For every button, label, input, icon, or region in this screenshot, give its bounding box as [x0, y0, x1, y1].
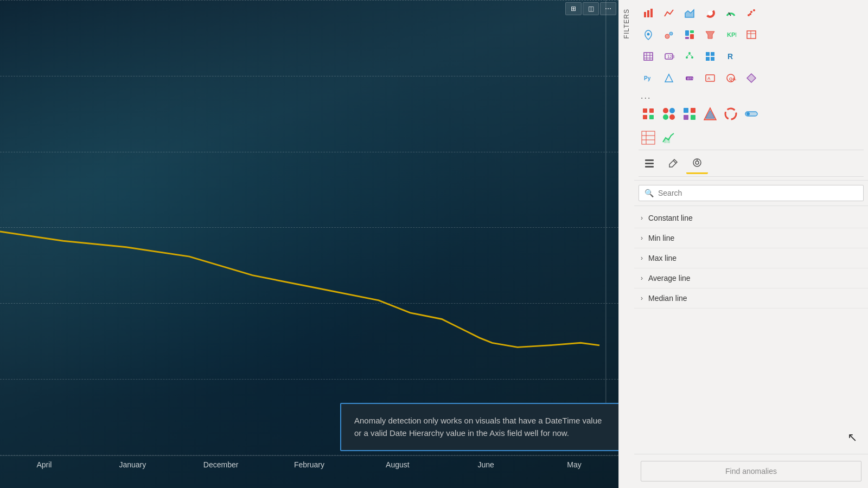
shape-icon[interactable]	[659, 68, 679, 88]
funnel-icon[interactable]	[700, 25, 720, 44]
median-line-item[interactable]: › Median line	[634, 288, 868, 309]
x-label-may: May	[530, 460, 618, 469]
analytics-panel-icon[interactable]	[686, 152, 708, 174]
custom-icon-5[interactable]	[721, 104, 741, 124]
svg-point-8	[750, 11, 752, 13]
donut-chart-icon[interactable]	[700, 3, 720, 23]
svg-point-53	[663, 108, 668, 113]
gauge-icon[interactable]	[721, 3, 741, 23]
visualizations-toolbar: KPI 123	[634, 0, 868, 181]
bar-chart-icon[interactable]	[639, 3, 658, 23]
svg-rect-60	[691, 115, 695, 120]
chevron-right-icon: ›	[641, 234, 643, 242]
svg-point-54	[669, 108, 675, 113]
svg-line-33	[687, 54, 690, 56]
analytics-list: › Constant line › Min line › Max line › …	[634, 206, 868, 454]
fields-panel-icon[interactable]	[639, 152, 660, 174]
treemap-icon[interactable]	[680, 25, 699, 44]
min-line-item[interactable]: › Min line	[634, 228, 868, 248]
chart-controls: ⊞ ◫ ⋯	[563, 0, 618, 17]
search-box[interactable]: 🔍	[639, 185, 864, 201]
icon-row-4: Py BTN A Q&A	[639, 68, 864, 88]
svg-rect-1	[647, 10, 649, 17]
grid-icon[interactable]	[700, 47, 720, 66]
min-line-label: Min line	[648, 234, 861, 242]
python-icon[interactable]: Py	[639, 68, 658, 88]
more-visuals-dots[interactable]: ...	[639, 90, 864, 102]
svg-point-77	[695, 161, 699, 164]
custom-visuals-row	[639, 102, 864, 126]
x-label-august: August	[353, 460, 442, 469]
custom-icon-7[interactable]	[639, 128, 658, 147]
matrix-icon[interactable]	[639, 47, 658, 66]
map-icon[interactable]	[639, 25, 658, 44]
max-line-item[interactable]: › Max line	[634, 248, 868, 268]
svg-rect-73	[645, 163, 654, 164]
custom-icon-8[interactable]	[659, 128, 679, 147]
x-label-june: June	[442, 460, 530, 469]
find-anomalies-area: Find anomalies	[634, 454, 868, 488]
custom-icon-1[interactable]	[639, 104, 658, 124]
max-line-label: Max line	[648, 254, 861, 262]
constant-line-item[interactable]: › Constant line	[634, 208, 868, 228]
chart-area: ⊞ ◫ ⋯ April January December February Au…	[0, 0, 618, 488]
svg-point-10	[749, 13, 751, 15]
svg-rect-74	[645, 166, 654, 168]
svg-rect-72	[645, 159, 654, 161]
scatter-chart-icon[interactable]	[742, 3, 761, 23]
format-panel-icon[interactable]	[662, 152, 684, 174]
button-icon[interactable]: BTN	[680, 68, 699, 88]
svg-rect-2	[650, 9, 653, 17]
custom-icon-4[interactable]	[700, 104, 720, 124]
x-label-february: February	[265, 460, 354, 469]
diamond-icon[interactable]	[742, 68, 761, 88]
svg-point-11	[647, 33, 650, 36]
search-input[interactable]	[658, 189, 858, 197]
svg-text:A: A	[707, 76, 711, 81]
line-chart-icon[interactable]	[659, 3, 679, 23]
svg-text:Q&A: Q&A	[729, 76, 736, 81]
average-line-item[interactable]: › Average line	[634, 268, 868, 288]
svg-text:Py: Py	[644, 75, 651, 81]
bubble-chart-icon[interactable]	[659, 25, 679, 44]
panel-content: KPI 123	[634, 0, 868, 488]
svg-point-32	[691, 56, 693, 59]
svg-rect-71	[667, 138, 670, 143]
svg-rect-20	[747, 31, 756, 38]
chart-focus-btn[interactable]: ◫	[583, 2, 599, 15]
chart-filter-btn[interactable]: ⊞	[565, 2, 582, 15]
svg-point-65	[746, 112, 750, 115]
x-label-april: April	[0, 460, 88, 469]
chart-more-btn[interactable]: ⋯	[600, 2, 616, 15]
svg-point-30	[688, 52, 691, 54]
svg-rect-36	[711, 52, 714, 56]
qa-icon[interactable]: Q&A	[721, 68, 741, 88]
svg-text:KPI: KPI	[727, 31, 736, 38]
svg-text:BTN: BTN	[687, 77, 694, 80]
median-line-label: Median line	[648, 294, 861, 303]
filters-sidebar: Filters	[619, 0, 634, 488]
card-icon[interactable]: 123	[659, 47, 679, 66]
table-icon[interactable]	[742, 25, 761, 44]
constant-line-label: Constant line	[648, 214, 861, 222]
text-box-icon[interactable]: A	[700, 68, 720, 88]
panel-bottom-toolbar	[639, 150, 864, 177]
find-anomalies-button[interactable]: Find anomalies	[641, 461, 861, 481]
search-icon: 🔍	[644, 189, 654, 197]
svg-rect-38	[711, 57, 714, 61]
x-label-december: December	[177, 460, 265, 469]
custom-icon-3[interactable]	[680, 104, 699, 124]
icon-row-1	[639, 3, 864, 23]
area-chart-icon[interactable]	[680, 3, 699, 23]
custom-icon-2[interactable]	[659, 104, 679, 124]
svg-marker-18	[706, 31, 714, 38]
kpi-icon[interactable]: KPI	[721, 25, 741, 44]
svg-point-31	[686, 56, 688, 59]
custom-icon-6[interactable]	[742, 104, 761, 124]
svg-rect-17	[685, 37, 689, 39]
decomp-tree-icon[interactable]	[680, 47, 699, 66]
svg-rect-35	[706, 52, 710, 56]
svg-rect-66	[642, 131, 655, 144]
svg-marker-48	[747, 74, 756, 82]
r-visual-icon[interactable]: R	[721, 47, 741, 66]
